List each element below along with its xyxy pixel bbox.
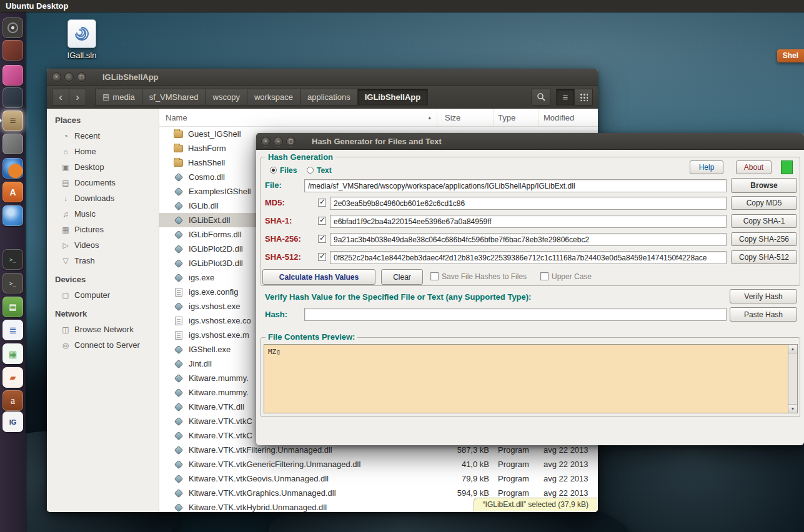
forward-button[interactable]: › — [69, 89, 86, 106]
verify-hash-input[interactable] — [304, 308, 727, 321]
copy-sha256-button[interactable]: Copy SHA-256 — [731, 232, 797, 246]
column-header-name[interactable]: Name ▴ — [159, 109, 437, 126]
file-name-cell: Kitware.VTK.vtkGeovis.Unmanaged.dll — [159, 474, 437, 483]
sha256-value-input[interactable] — [330, 233, 727, 246]
file-modified: avg 22 2013 — [538, 445, 598, 455]
maximize-button[interactable]: ◻ — [286, 137, 295, 146]
ubuntu-software-icon[interactable] — [2, 182, 23, 202]
iglib-icon[interactable] — [2, 411, 23, 432]
terminal-icon[interactable] — [2, 249, 23, 270]
close-button[interactable]: × — [261, 137, 270, 146]
text-radio[interactable] — [307, 167, 314, 174]
breadcrumb-item[interactable]: wscopy — [206, 89, 247, 106]
breadcrumb: ▤ media sf_VMShared wscopy — [95, 89, 428, 106]
app-pink-icon[interactable] — [2, 65, 23, 86]
scroll-down-icon[interactable]: ▼ — [788, 404, 797, 413]
sha1-value-input[interactable] — [330, 215, 727, 228]
copy-md5-button[interactable]: Copy MD5 — [731, 196, 797, 210]
font-a-icon[interactable] — [2, 390, 23, 411]
preview-scrollbar[interactable]: ▲ ▼ — [788, 345, 797, 413]
sha1-label: SHA-1: — [265, 216, 292, 225]
scroll-up-icon[interactable]: ▲ — [788, 345, 797, 353]
clear-button[interactable]: Clear — [381, 269, 423, 285]
list-view-button[interactable]: ≡ — [556, 89, 575, 106]
sha256-checkbox[interactable] — [318, 235, 326, 243]
sidebar-item[interactable]: ⌂ Home — [47, 144, 159, 159]
dash-home-icon[interactable] — [2, 17, 23, 38]
column-type-label: Type — [498, 113, 515, 122]
app-gray-icon[interactable] — [2, 134, 23, 154]
firefox-icon[interactable] — [2, 158, 23, 179]
help-button[interactable]: Help — [690, 160, 723, 174]
md5-checkbox[interactable] — [318, 199, 326, 207]
sidebar-item[interactable]: ▽ Trash — [47, 253, 159, 268]
back-button[interactable]: ‹ — [52, 89, 69, 106]
verify-hash-button[interactable]: Verify Hash — [730, 289, 797, 303]
sidebar-item[interactable]: ◔ Recent — [47, 128, 159, 144]
file-name: ExamplesIGShell — [189, 187, 251, 196]
sidebar-header-network: Network — [55, 309, 159, 318]
breadcrumb-item[interactable]: ▤ media — [95, 89, 142, 106]
files-radio[interactable] — [270, 167, 277, 174]
file-row[interactable]: Kitware.VTK.vtkGeovis.Unmanaged.dll 79,9… — [159, 471, 598, 486]
column-header-modified[interactable]: Modified — [538, 109, 598, 126]
libreoffice-writer-icon[interactable] — [2, 320, 23, 340]
upper-case-checkbox[interactable] — [540, 272, 548, 280]
desktop-shortcut-solution[interactable]: IGall.sln — [64, 19, 100, 60]
breadcrumb-item[interactable]: IGLibShellApp — [357, 89, 429, 106]
sidebar-item[interactable]: ▤ Documents — [47, 175, 159, 190]
file-icon — [174, 416, 183, 425]
copy-sha512-button[interactable]: Copy SHA-512 — [731, 250, 797, 264]
sidebar-item[interactable]: ▷ Videos — [47, 237, 159, 253]
about-button[interactable]: About — [736, 160, 772, 174]
sha1-checkbox[interactable] — [318, 217, 326, 225]
pictures-icon: ▦ — [60, 225, 71, 234]
minimize-button[interactable]: − — [64, 72, 74, 82]
app-red-icon[interactable] — [2, 40, 23, 61]
sidebar-item[interactable]: ▣ Desktop — [47, 159, 159, 175]
file-contents-preview[interactable]: MZ▯ ▲ ▼ — [264, 344, 798, 413]
search-button[interactable] — [532, 89, 550, 106]
sidebar-item-label: Downloads — [74, 194, 114, 203]
breadcrumb-item[interactable]: sf_VMShared — [142, 89, 206, 106]
file-name: IGLib.dll — [189, 201, 219, 210]
column-header-type[interactable]: Type — [494, 109, 538, 126]
libreoffice-impress-icon[interactable] — [2, 367, 23, 388]
sidebar-item[interactable]: ◎ Connect to Server — [47, 337, 159, 353]
sidebar-item-label: Home — [74, 147, 96, 156]
column-name-label: Name — [166, 113, 187, 122]
file-manager-icon[interactable] — [2, 111, 23, 131]
sha256-label: SHA-256: — [265, 234, 301, 244]
close-button[interactable]: × — [52, 72, 61, 82]
sidebar-item[interactable]: ▢ Computer — [47, 287, 159, 303]
libreoffice-calc-icon[interactable] — [2, 343, 23, 364]
breadcrumb-item[interactable]: applications — [300, 89, 358, 106]
status-indicator — [781, 160, 793, 174]
file-row[interactable]: Kitware.VTK.vtkGenericFiltering.Unmanage… — [159, 457, 598, 471]
file-path-input[interactable] — [304, 179, 727, 192]
sidebar-item[interactable]: ▦ Pictures — [47, 222, 159, 237]
chromium-icon[interactable] — [2, 205, 23, 226]
copy-sha1-button[interactable]: Copy SHA-1 — [731, 214, 797, 228]
terminal-alt-icon[interactable] — [2, 273, 23, 293]
sha512-checkbox[interactable] — [318, 253, 326, 261]
app-dark-icon[interactable] — [2, 87, 23, 108]
package-manager-icon[interactable] — [2, 297, 23, 317]
minimize-button[interactable]: − — [274, 137, 283, 146]
save-hashes-checkbox[interactable] — [430, 272, 439, 280]
md5-value-input[interactable] — [330, 197, 727, 210]
file-manager-titlebar[interactable]: × − ◻ IGLibShellApp — [47, 69, 598, 86]
file-name: HashForm — [188, 144, 226, 153]
hash-dialog-titlebar[interactable]: × − ◻ Hash Generator for Files and Text — [256, 133, 804, 150]
paste-hash-button[interactable]: Paste Hash — [730, 307, 797, 322]
sidebar-item[interactable]: ↓ Downloads — [47, 190, 159, 206]
browse-button[interactable]: Browse — [731, 178, 797, 193]
sha512-value-input[interactable] — [330, 251, 727, 264]
column-header-size[interactable]: Size — [437, 109, 494, 126]
sidebar-item[interactable]: ◫ Browse Network — [47, 322, 159, 337]
breadcrumb-item[interactable]: workspace — [247, 89, 300, 106]
maximize-button[interactable]: ◻ — [77, 72, 86, 82]
sidebar-item[interactable]: ♫ Music — [47, 206, 159, 222]
calculate-hash-button[interactable]: Calculate Hash Values — [262, 269, 375, 285]
grid-view-button[interactable] — [574, 89, 593, 106]
